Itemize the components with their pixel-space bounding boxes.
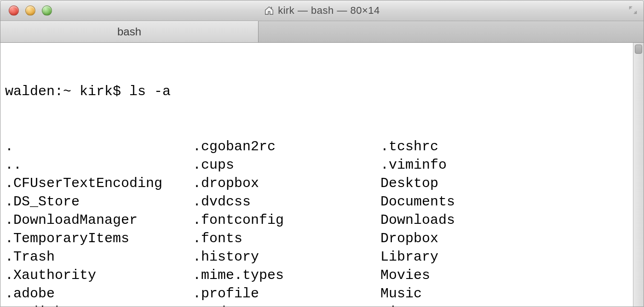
file-entry: .Xauthority [5, 266, 193, 284]
ls-column-1: ....CFUserTextEncoding.DS_Store.Download… [5, 137, 193, 307]
file-entry: .adobe [5, 284, 193, 303]
fullscreen-button[interactable] [628, 5, 638, 15]
terminal-content: walden:~ kirk$ ls -a ....CFUserTextEncod… [0, 43, 632, 307]
file-entry: .CFUserTextEncoding [5, 174, 193, 193]
traffic-lights [0, 6, 52, 16]
file-entry: .dvdcss [193, 193, 380, 211]
command-text: ls -a [129, 84, 171, 99]
file-entry: .fontconfig [193, 211, 380, 229]
file-entry: .fonts [193, 229, 380, 248]
window-title: kirk — bash — 80×14 [278, 5, 380, 17]
window-title-container: kirk — bash — 80×14 [0, 5, 644, 17]
zoom-button[interactable] [42, 6, 52, 16]
close-button[interactable] [9, 6, 19, 16]
file-entry: .history [193, 248, 380, 266]
file-entry: .Trash [5, 248, 193, 266]
file-entry: .rnd [193, 303, 380, 307]
file-entry: Music [380, 284, 632, 303]
file-entry: .cups [193, 156, 380, 174]
file-entry: .mime.types [193, 266, 380, 284]
scrollbar[interactable] [633, 43, 644, 307]
scroll-thumb[interactable] [635, 45, 642, 54]
file-entry: .profile [193, 284, 380, 303]
ls-output: ....CFUserTextEncoding.DS_Store.Download… [5, 137, 632, 307]
file-entry: Documents [380, 193, 632, 211]
file-entry: . [5, 137, 193, 156]
file-entry: Downloads [380, 211, 632, 229]
file-entry: Library [380, 248, 632, 266]
tab-label: bash [117, 25, 141, 38]
file-entry: .TemporaryItems [5, 229, 193, 248]
minimize-button[interactable] [25, 6, 35, 16]
file-entry: Desktop [380, 174, 632, 193]
file-entry: .. [5, 156, 193, 174]
tab-bar: bash [0, 21, 644, 43]
ls-column-2: .cgoban2rc.cups.dropbox.dvdcss.fontconfi… [193, 137, 380, 307]
file-entry: .cgoban2rc [193, 137, 380, 156]
file-entry: .apdisk [5, 303, 193, 307]
file-entry: Dropbox [380, 229, 632, 248]
file-entry: Pictures [380, 303, 632, 307]
file-entry: .viminfo [380, 156, 632, 174]
file-entry: .dropbox [193, 174, 380, 193]
file-entry: .DownloadManager [5, 211, 193, 229]
file-entry: .tcshrc [380, 137, 632, 156]
file-entry: .DS_Store [5, 193, 193, 211]
ls-column-3: .tcshrc.viminfoDesktopDocumentsDownloads… [380, 137, 632, 307]
terminal-window: kirk — bash — 80×14 bash walden:~ kirk$ … [0, 0, 644, 307]
titlebar: kirk — bash — 80×14 [0, 0, 644, 21]
terminal-viewport[interactable]: walden:~ kirk$ ls -a ....CFUserTextEncod… [0, 43, 644, 307]
prompt-line-1: walden:~ kirk$ ls -a [5, 82, 632, 101]
file-entry: Movies [380, 266, 632, 284]
tab-bash[interactable]: bash [0, 21, 259, 42]
home-icon [264, 6, 274, 16]
prompt-text: walden:~ kirk$ [5, 84, 129, 99]
